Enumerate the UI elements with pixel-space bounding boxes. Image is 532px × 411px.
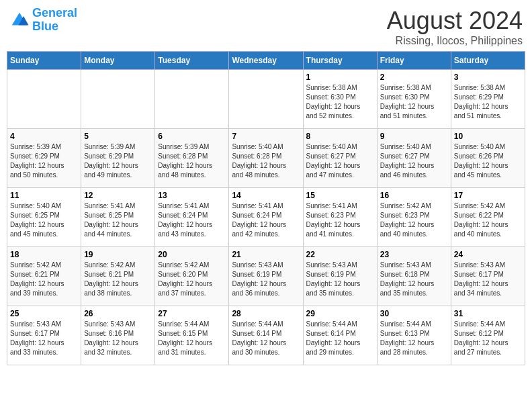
calendar-table: SundayMondayTuesdayWednesdayThursdayFrid…: [7, 51, 525, 365]
day-header-wednesday: Wednesday: [229, 52, 303, 70]
calendar-cell: 2Sunrise: 5:38 AM Sunset: 6:30 PM Daylig…: [377, 70, 451, 129]
day-number: 20: [158, 250, 226, 259]
day-number: 14: [232, 191, 300, 200]
day-number: 2: [380, 73, 448, 82]
calendar-cell: [155, 70, 229, 129]
day-info: Sunrise: 5:38 AM Sunset: 6:30 PM Dayligh…: [380, 83, 448, 121]
day-number: 13: [158, 191, 226, 200]
day-info: Sunrise: 5:43 AM Sunset: 6:17 PM Dayligh…: [10, 320, 78, 357]
day-info: Sunrise: 5:43 AM Sunset: 6:19 PM Dayligh…: [306, 261, 374, 298]
day-info: Sunrise: 5:42 AM Sunset: 6:20 PM Dayligh…: [158, 261, 226, 298]
day-info: Sunrise: 5:38 AM Sunset: 6:29 PM Dayligh…: [454, 83, 522, 121]
day-info: Sunrise: 5:39 AM Sunset: 6:29 PM Dayligh…: [84, 142, 152, 180]
day-number: 18: [10, 250, 78, 259]
day-number: 10: [454, 132, 522, 141]
day-info: Sunrise: 5:44 AM Sunset: 6:15 PM Dayligh…: [158, 320, 226, 357]
day-number: 27: [158, 309, 226, 318]
calendar-week-5: 25Sunrise: 5:43 AM Sunset: 6:17 PM Dayli…: [7, 306, 525, 365]
logo-text: General Blue: [32, 7, 77, 34]
day-number: 23: [380, 250, 448, 259]
calendar-cell: 28Sunrise: 5:44 AM Sunset: 6:14 PM Dayli…: [229, 306, 303, 365]
calendar-cell: 9Sunrise: 5:40 AM Sunset: 6:27 PM Daylig…: [377, 129, 451, 188]
day-number: 30: [380, 309, 448, 318]
day-info: Sunrise: 5:42 AM Sunset: 6:22 PM Dayligh…: [454, 201, 522, 239]
day-info: Sunrise: 5:40 AM Sunset: 6:25 PM Dayligh…: [10, 201, 78, 239]
calendar-cell: 30Sunrise: 5:44 AM Sunset: 6:13 PM Dayli…: [377, 306, 451, 365]
day-info: Sunrise: 5:43 AM Sunset: 6:19 PM Dayligh…: [232, 261, 300, 298]
calendar-cell: 17Sunrise: 5:42 AM Sunset: 6:22 PM Dayli…: [451, 188, 525, 247]
day-info: Sunrise: 5:39 AM Sunset: 6:29 PM Dayligh…: [10, 142, 78, 180]
calendar-cell: 15Sunrise: 5:41 AM Sunset: 6:23 PM Dayli…: [303, 188, 377, 247]
day-info: Sunrise: 5:44 AM Sunset: 6:14 PM Dayligh…: [306, 320, 374, 357]
calendar-cell: 12Sunrise: 5:41 AM Sunset: 6:25 PM Dayli…: [81, 188, 155, 247]
day-info: Sunrise: 5:42 AM Sunset: 6:21 PM Dayligh…: [84, 261, 152, 298]
day-number: 3: [454, 73, 522, 82]
calendar-cell: 5Sunrise: 5:39 AM Sunset: 6:29 PM Daylig…: [81, 129, 155, 188]
calendar-cell: 10Sunrise: 5:40 AM Sunset: 6:26 PM Dayli…: [451, 129, 525, 188]
calendar-cell: [7, 70, 81, 129]
day-info: Sunrise: 5:40 AM Sunset: 6:27 PM Dayligh…: [380, 142, 448, 180]
day-header-tuesday: Tuesday: [155, 52, 229, 70]
calendar-cell: 16Sunrise: 5:42 AM Sunset: 6:23 PM Dayli…: [377, 188, 451, 247]
day-info: Sunrise: 5:40 AM Sunset: 6:27 PM Dayligh…: [306, 142, 374, 180]
day-info: Sunrise: 5:41 AM Sunset: 6:23 PM Dayligh…: [306, 201, 374, 239]
calendar-cell: 20Sunrise: 5:42 AM Sunset: 6:20 PM Dayli…: [155, 247, 229, 306]
day-number: 15: [306, 191, 374, 200]
day-number: 17: [454, 191, 522, 200]
day-number: 5: [84, 132, 152, 141]
day-number: 12: [84, 191, 152, 200]
day-info: Sunrise: 5:41 AM Sunset: 6:25 PM Dayligh…: [84, 201, 152, 239]
day-number: 19: [84, 250, 152, 259]
calendar-cell: [81, 70, 155, 129]
day-info: Sunrise: 5:40 AM Sunset: 6:28 PM Dayligh…: [232, 142, 300, 180]
calendar-week-3: 11Sunrise: 5:40 AM Sunset: 6:25 PM Dayli…: [7, 188, 525, 247]
day-number: 24: [454, 250, 522, 259]
calendar-cell: 14Sunrise: 5:41 AM Sunset: 6:24 PM Dayli…: [229, 188, 303, 247]
day-number: 11: [10, 191, 78, 200]
day-number: 8: [306, 132, 374, 141]
day-number: 1: [306, 73, 374, 82]
day-number: 9: [380, 132, 448, 141]
calendar-cell: 23Sunrise: 5:43 AM Sunset: 6:18 PM Dayli…: [377, 247, 451, 306]
location: Rissing, Ilocos, Philippines: [387, 35, 523, 47]
day-info: Sunrise: 5:43 AM Sunset: 6:17 PM Dayligh…: [454, 261, 522, 298]
day-number: 21: [232, 250, 300, 259]
day-info: Sunrise: 5:44 AM Sunset: 6:12 PM Dayligh…: [454, 320, 522, 357]
calendar-cell: 8Sunrise: 5:40 AM Sunset: 6:27 PM Daylig…: [303, 129, 377, 188]
logo: General Blue: [9, 7, 77, 34]
calendar-cell: 26Sunrise: 5:43 AM Sunset: 6:16 PM Dayli…: [81, 306, 155, 365]
day-info: Sunrise: 5:42 AM Sunset: 6:23 PM Dayligh…: [380, 201, 448, 239]
calendar-cell: 7Sunrise: 5:40 AM Sunset: 6:28 PM Daylig…: [229, 129, 303, 188]
day-number: 29: [306, 309, 374, 318]
day-number: 25: [10, 309, 78, 318]
calendar-cell: 3Sunrise: 5:38 AM Sunset: 6:29 PM Daylig…: [451, 70, 525, 129]
month-year: August 2024: [387, 7, 523, 35]
calendar-cell: 27Sunrise: 5:44 AM Sunset: 6:15 PM Dayli…: [155, 306, 229, 365]
day-number: 16: [380, 191, 448, 200]
day-number: 31: [454, 309, 522, 318]
calendar-cell: 13Sunrise: 5:41 AM Sunset: 6:24 PM Dayli…: [155, 188, 229, 247]
calendar-cell: [229, 70, 303, 129]
day-info: Sunrise: 5:38 AM Sunset: 6:30 PM Dayligh…: [306, 83, 374, 121]
calendar-cell: 21Sunrise: 5:43 AM Sunset: 6:19 PM Dayli…: [229, 247, 303, 306]
title-block: August 2024 Rissing, Ilocos, Philippines: [387, 7, 523, 47]
day-number: 28: [232, 309, 300, 318]
calendar-cell: 11Sunrise: 5:40 AM Sunset: 6:25 PM Dayli…: [7, 188, 81, 247]
calendar-cell: 18Sunrise: 5:42 AM Sunset: 6:21 PM Dayli…: [7, 247, 81, 306]
day-number: 26: [84, 309, 152, 318]
calendar-cell: 6Sunrise: 5:39 AM Sunset: 6:28 PM Daylig…: [155, 129, 229, 188]
day-info: Sunrise: 5:41 AM Sunset: 6:24 PM Dayligh…: [158, 201, 226, 239]
day-number: 22: [306, 250, 374, 259]
day-number: 4: [10, 132, 78, 141]
day-info: Sunrise: 5:44 AM Sunset: 6:13 PM Dayligh…: [380, 320, 448, 357]
day-header-friday: Friday: [377, 52, 451, 70]
day-info: Sunrise: 5:44 AM Sunset: 6:14 PM Dayligh…: [232, 320, 300, 357]
day-header-saturday: Saturday: [451, 52, 525, 70]
day-info: Sunrise: 5:42 AM Sunset: 6:21 PM Dayligh…: [10, 261, 78, 298]
day-info: Sunrise: 5:40 AM Sunset: 6:26 PM Dayligh…: [454, 142, 522, 180]
calendar-cell: 4Sunrise: 5:39 AM Sunset: 6:29 PM Daylig…: [7, 129, 81, 188]
calendar-cell: 29Sunrise: 5:44 AM Sunset: 6:14 PM Dayli…: [303, 306, 377, 365]
calendar-cell: 24Sunrise: 5:43 AM Sunset: 6:17 PM Dayli…: [451, 247, 525, 306]
day-header-sunday: Sunday: [7, 52, 81, 70]
calendar-cell: 25Sunrise: 5:43 AM Sunset: 6:17 PM Dayli…: [7, 306, 81, 365]
